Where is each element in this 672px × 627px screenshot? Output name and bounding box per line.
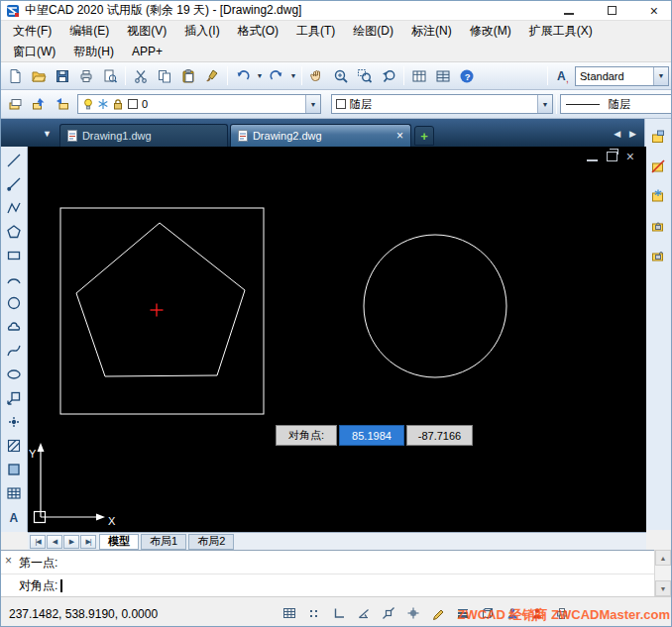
first-layout-icon[interactable]: |◀ <box>30 535 46 549</box>
mtext-button[interactable]: A <box>3 506 25 527</box>
doc-close-icon[interactable]: × <box>626 152 634 161</box>
zoom-realtime-button[interactable] <box>329 64 353 88</box>
menu-dimension[interactable]: 标注(N) <box>402 20 461 43</box>
chevron-down-icon[interactable]: ▼ <box>653 67 668 85</box>
menu-insert[interactable]: 插入(I) <box>175 20 228 43</box>
draw-circle-button[interactable] <box>3 292 25 313</box>
sheet-set-button[interactable] <box>407 64 431 88</box>
close-icon[interactable]: × <box>650 5 658 17</box>
tab-close-icon[interactable]: × <box>396 129 403 143</box>
dynamic-input-x-field[interactable]: 85.1984 <box>339 425 404 446</box>
help-button[interactable]: ? <box>455 64 479 88</box>
minimize-icon[interactable] <box>564 7 574 15</box>
next-layout-icon[interactable]: ▶ <box>63 535 79 549</box>
save-button[interactable] <box>51 64 74 88</box>
draw-revcloud-button[interactable] <box>3 316 25 337</box>
style-combobox[interactable]: Standard ▼ <box>575 66 669 86</box>
paste-button[interactable] <box>176 64 200 88</box>
prev-layout-icon[interactable]: ◀ <box>47 535 62 549</box>
copy-button[interactable] <box>153 64 176 88</box>
zoom-previous-button[interactable] <box>377 64 400 88</box>
layer-previous-button[interactable] <box>51 92 74 116</box>
dyn-input-toggle[interactable] <box>427 602 449 624</box>
draw-rectangle-button[interactable] <box>3 245 25 265</box>
menu-express-tools[interactable]: 扩展工具(X) <box>520 20 602 43</box>
snap-toggle[interactable] <box>303 602 325 624</box>
region-button[interactable] <box>3 459 25 479</box>
menu-modify[interactable]: 修改(M) <box>461 20 520 43</box>
zoom-window-button[interactable] <box>353 64 377 88</box>
draw-polygon-button[interactable] <box>3 221 25 242</box>
redo-button[interactable] <box>265 64 288 88</box>
scroll-up-icon[interactable]: ▲ <box>655 550 671 566</box>
tab-model[interactable]: 模型 <box>99 534 139 550</box>
layer-freeze-button[interactable] <box>646 184 670 208</box>
plot-button[interactable] <box>74 64 98 88</box>
menu-app-plus[interactable]: APP+ <box>123 42 171 61</box>
chevron-down-icon[interactable]: ▼ <box>305 95 320 113</box>
ortho-toggle[interactable] <box>328 602 350 624</box>
menu-view[interactable]: 视图(V) <box>118 20 175 43</box>
chevron-down-icon[interactable]: ▼ <box>537 95 552 113</box>
tab-drawing1[interactable]: Drawing1.dwg <box>59 124 228 147</box>
table-view-button[interactable] <box>431 64 455 88</box>
otrack-toggle[interactable] <box>402 602 424 624</box>
menu-tools[interactable]: 工具(T) <box>287 20 344 43</box>
collab-user-toggle[interactable] <box>502 602 523 624</box>
layer-unlock-button[interactable] <box>646 244 670 267</box>
menu-window[interactable]: 窗口(W) <box>4 41 64 63</box>
model-space-toggle[interactable] <box>477 602 499 624</box>
command-input-line[interactable]: 对角点: <box>19 577 62 594</box>
layer-isolate-button[interactable] <box>646 125 670 149</box>
menu-help[interactable]: 帮助(H) <box>64 41 123 63</box>
open-button[interactable] <box>27 64 51 88</box>
draw-point-button[interactable] <box>3 411 25 432</box>
osnap-toggle[interactable] <box>378 602 399 624</box>
draw-arc-button[interactable] <box>3 268 25 289</box>
collab-user2-toggle[interactable] <box>526 602 548 624</box>
drawing-canvas[interactable]: Y X × 对角点: 85.1984 -87.7166 <box>28 147 646 532</box>
polar-toggle[interactable] <box>353 602 375 624</box>
tab-layout2[interactable]: 布局2 <box>188 534 234 550</box>
color-combobox[interactable]: 随层 ▼ <box>331 94 553 114</box>
draw-spline-button[interactable] <box>3 340 25 361</box>
print-preview-button[interactable] <box>98 64 122 88</box>
square-entity[interactable] <box>60 208 264 414</box>
tab-layout1[interactable]: 布局1 <box>141 534 186 550</box>
linetype-combobox[interactable]: 随层 <box>560 94 672 114</box>
grid-toggle[interactable] <box>279 602 300 624</box>
tab-scroll-right-icon[interactable]: ▶ <box>629 129 636 139</box>
text-style-button[interactable]: A, <box>551 64 575 88</box>
draw-ray-button[interactable] <box>3 173 25 194</box>
doc-restore-icon[interactable] <box>607 152 617 161</box>
make-layer-current-button[interactable] <box>27 92 51 116</box>
undo-dropdown-icon[interactable]: ▼ <box>255 64 265 88</box>
layer-properties-button[interactable] <box>3 92 27 116</box>
draw-line-button[interactable] <box>3 150 25 170</box>
insert-block-button[interactable] <box>3 387 25 408</box>
pan-button[interactable] <box>305 64 329 88</box>
format-painter-button[interactable] <box>200 64 224 88</box>
layer-lock-button[interactable] <box>646 214 670 238</box>
command-close-icon[interactable]: × <box>5 554 12 568</box>
maximize-icon[interactable] <box>608 6 616 15</box>
circle-entity[interactable] <box>364 235 506 377</box>
dynamic-input-y-field[interactable]: -87.7166 <box>406 425 473 446</box>
last-layout-icon[interactable]: ▶| <box>80 535 96 549</box>
tab-list-dropdown-icon[interactable]: ▼ <box>43 129 52 139</box>
layer-off-button[interactable] <box>646 155 670 178</box>
menu-format[interactable]: 格式(O) <box>229 20 287 43</box>
command-scrollbar[interactable]: ▲ ▼ <box>654 550 671 596</box>
draw-polyline-button[interactable] <box>3 197 25 218</box>
draw-ellipse-button[interactable] <box>3 364 25 384</box>
lineweight-toggle[interactable] <box>452 602 474 624</box>
doc-minimize-icon[interactable] <box>587 152 598 161</box>
table-button[interactable] <box>3 482 25 503</box>
undo-button[interactable] <box>231 64 255 88</box>
new-tab-button[interactable]: + <box>414 126 434 146</box>
scroll-down-icon[interactable]: ▼ <box>655 580 671 596</box>
tab-scroll-left-icon[interactable]: ◀ <box>614 129 620 139</box>
redo-dropdown-icon[interactable]: ▼ <box>288 64 298 88</box>
command-line-panel[interactable]: × 第一点: 对角点: <box>1 550 672 596</box>
layer-combobox[interactable]: 0 ▼ <box>77 94 321 114</box>
